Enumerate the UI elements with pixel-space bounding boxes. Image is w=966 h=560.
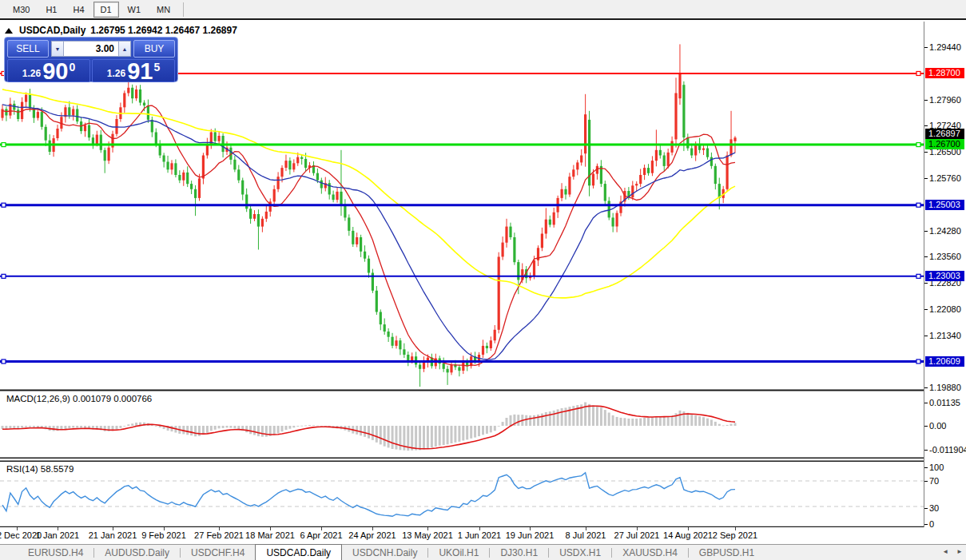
volume-decrease-button[interactable]: ▼ bbox=[51, 41, 64, 57]
date-label: 18 Mar 2021 bbox=[245, 530, 295, 540]
rsi-tick-70: 70 bbox=[929, 476, 939, 486]
hline-handle-1.20609[interactable] bbox=[2, 359, 6, 363]
date-label: 2 Sep 2021 bbox=[713, 530, 757, 540]
tab-usdx-h1[interactable]: USDX.H1 bbox=[549, 545, 611, 560]
buy-button[interactable]: BUY bbox=[133, 40, 175, 58]
date-label: 27 Feb 2021 bbox=[194, 530, 244, 540]
hline-handle-1.23003[interactable] bbox=[2, 274, 6, 278]
rsi-tick-30: 30 bbox=[929, 503, 939, 513]
timeframe-button-m30[interactable]: M30 bbox=[6, 2, 37, 18]
chart-title: USDCAD,Daily 1.26795 1.26942 1.26467 1.2… bbox=[5, 25, 237, 36]
tab-xauusd-h4[interactable]: XAUUSD.H4 bbox=[612, 545, 688, 560]
timeframe-toolbar: M30H1H4D1W1MN bbox=[0, 0, 966, 20]
tab-dj30-h1[interactable]: DJ30.H1 bbox=[490, 545, 548, 560]
date-label: 1 Jun 2021 bbox=[458, 530, 501, 540]
price-tick-1.19880-tick bbox=[924, 387, 928, 388]
price-tick-1.23560-tick bbox=[924, 256, 928, 257]
collapse-triangle-icon[interactable] bbox=[5, 28, 13, 34]
price-badge-1.26700: 1.26700 bbox=[925, 139, 964, 149]
price-axis[interactable]: 1.294401.279601.272401.265001.257601.242… bbox=[924, 22, 966, 527]
price-tick-1.22080-tick bbox=[924, 309, 928, 310]
tab-eurusd-h4[interactable]: EURUSD.H4 bbox=[18, 545, 93, 560]
timeframe-button-h4[interactable]: H4 bbox=[66, 2, 91, 18]
tab-scroll-right-icon[interactable]: ► bbox=[956, 549, 963, 555]
tab-usdcnh-daily[interactable]: USDCNH.Daily bbox=[342, 545, 427, 560]
volume-stepper: ▼ 3.00 ▲ bbox=[51, 41, 131, 57]
date-label: 8 Jul 2021 bbox=[566, 530, 606, 540]
hline-handle-1.267[interactable] bbox=[916, 143, 920, 147]
volume-increase-button[interactable]: ▲ bbox=[118, 41, 131, 57]
timeframe-button-mn[interactable]: MN bbox=[149, 2, 177, 18]
hline-handle-1.287[interactable] bbox=[916, 71, 920, 75]
rsi-pane-separator-bottom[interactable] bbox=[0, 461, 924, 463]
price-tick-1.27240-tick bbox=[924, 125, 928, 126]
volume-input[interactable]: 3.00 bbox=[64, 41, 118, 57]
mt4-window: M30H1H4D1W1MN USDCAD,Daily 1.26795 1.269… bbox=[0, 0, 966, 560]
date-label: 27 Jul 2021 bbox=[614, 530, 660, 540]
one-click-trade-panel: SELL ▼ 3.00 ▲ BUY 1.26 90 0 1.26 91 5 bbox=[4, 37, 178, 82]
tab-gbpusd-h1[interactable]: GBPUSD.H1 bbox=[689, 545, 765, 560]
toolbar-separator bbox=[183, 2, 184, 17]
timeframe-button-d1[interactable]: D1 bbox=[93, 2, 119, 18]
candlesticks bbox=[1, 44, 736, 387]
macd-tick-0.01135: 0.01135 bbox=[929, 398, 960, 407]
buy-price-display[interactable]: 1.26 91 5 bbox=[92, 59, 175, 82]
price-tick-1.21340-tick bbox=[924, 336, 928, 336]
hline-handle-1.25003[interactable] bbox=[2, 203, 6, 207]
date-label: 19 Jun 2021 bbox=[506, 530, 555, 540]
chart-tab-bar: EURUSD.H4AUDUSD.DailyUSDCHF.H4USDCAD.Dai… bbox=[0, 544, 966, 560]
timeframe-button-h1[interactable]: H1 bbox=[38, 2, 64, 18]
tab-usdcad-daily[interactable]: USDCAD.Daily bbox=[255, 544, 342, 560]
chart-symbol-label: USDCAD,Daily bbox=[19, 25, 85, 36]
price-badge-1.23003: 1.23003 bbox=[925, 271, 964, 281]
sell-button[interactable]: SELL bbox=[7, 40, 49, 58]
rsi-tick-70-tick bbox=[924, 481, 928, 482]
price-tick-1.25760-tick bbox=[924, 178, 928, 179]
sell-price-prefix: 1.26 bbox=[22, 68, 41, 79]
rsi-pane-separator-top[interactable] bbox=[0, 458, 924, 459]
chart-canvas bbox=[0, 22, 924, 527]
macd-tick--0.011904-tick bbox=[924, 450, 928, 451]
rsi-line bbox=[2, 473, 735, 517]
date-label: 1 Jan 2021 bbox=[36, 530, 79, 540]
hline-handle-1.20609[interactable] bbox=[916, 359, 920, 363]
date-label: 13 May 2021 bbox=[402, 530, 453, 540]
tab-scroll-arrows: ◄ ► bbox=[942, 549, 963, 555]
tab-ukoil-h1[interactable]: UKOil.H1 bbox=[428, 545, 489, 560]
price-badge-1.26897: 1.26897 bbox=[925, 129, 964, 139]
date-axis[interactable]: 12 Dec 20201 Jan 202121 Jan 20219 Feb 20… bbox=[0, 527, 966, 544]
price-tick-1.25760: 1.25760 bbox=[929, 173, 961, 183]
price-badge-1.20609: 1.20609 bbox=[925, 356, 964, 367]
rsi-indicator-label: RSI(14) 58.5579 bbox=[6, 464, 74, 474]
macd-tick-0.00: 0.00 bbox=[929, 421, 946, 431]
sell-price-display[interactable]: 1.26 90 0 bbox=[7, 59, 90, 82]
macd-pane-separator[interactable] bbox=[0, 390, 924, 391]
price-tick-1.23560: 1.23560 bbox=[929, 252, 961, 261]
buy-price-prefix: 1.26 bbox=[107, 68, 125, 79]
date-label: 6 Apr 2021 bbox=[300, 530, 342, 540]
date-label: 9 Feb 2021 bbox=[141, 530, 186, 540]
sell-price-digits: 90 bbox=[42, 61, 68, 81]
hline-handle-1.25003[interactable] bbox=[916, 203, 920, 207]
price-tick-1.22080: 1.22080 bbox=[929, 304, 961, 314]
price-tick-1.27960-tick bbox=[924, 100, 928, 101]
price-tick-1.27960: 1.27960 bbox=[929, 95, 961, 105]
price-tick-1.26500-tick bbox=[924, 152, 928, 153]
price-tick-1.19880: 1.19880 bbox=[929, 383, 961, 392]
price-tick-1.29440: 1.29440 bbox=[929, 42, 961, 52]
tab-usdchf-h4[interactable]: USDCHF.H4 bbox=[181, 545, 255, 560]
price-tick-1.24280-tick bbox=[924, 231, 928, 232]
tab-audusd-daily[interactable]: AUDUSD.Daily bbox=[94, 545, 180, 560]
timeframe-button-w1[interactable]: W1 bbox=[121, 2, 149, 18]
hline-handle-1.23003[interactable] bbox=[916, 274, 920, 278]
hline-handle-1.267[interactable] bbox=[2, 143, 6, 147]
macd-tick--0.011904: -0.011904 bbox=[929, 445, 966, 455]
price-tick-1.24280: 1.24280 bbox=[929, 226, 961, 236]
price-tick-1.22820-tick bbox=[924, 283, 928, 284]
tab-scroll-left-icon[interactable]: ◄ bbox=[942, 549, 948, 555]
sell-price-pip: 0 bbox=[69, 61, 75, 73]
price-tick-1.29440-tick bbox=[924, 47, 928, 48]
rsi-tick-30-tick bbox=[924, 508, 928, 509]
date-label: 24 Apr 2021 bbox=[348, 530, 396, 540]
macd-indicator-label: MACD(12,26,9) 0.001079 0.000766 bbox=[6, 394, 152, 403]
